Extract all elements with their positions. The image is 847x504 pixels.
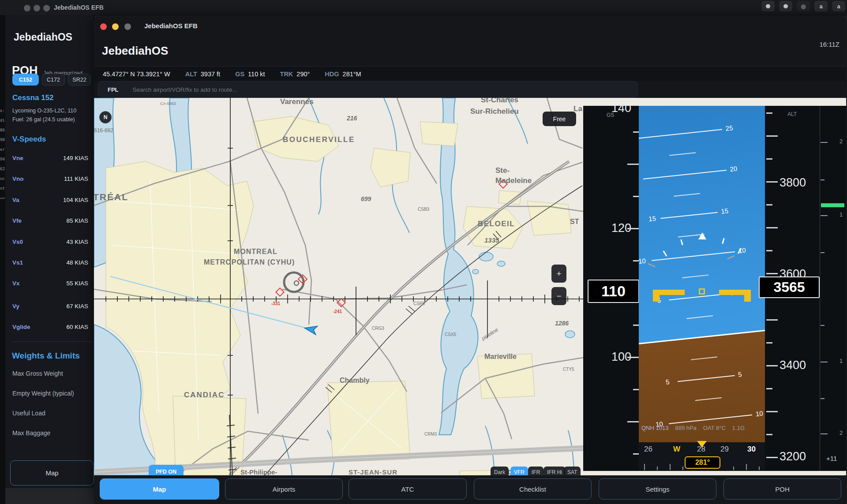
compass-button[interactable]: N bbox=[99, 111, 112, 123]
vspeed-label: Vs1 bbox=[12, 259, 23, 266]
close-icon[interactable] bbox=[100, 23, 107, 30]
close-icon[interactable] bbox=[24, 5, 30, 11]
vspeed-row: Vy67 KIAS bbox=[12, 303, 88, 310]
tab-checklist[interactable]: Checklist bbox=[474, 478, 592, 500]
zoom-in-button[interactable]: + bbox=[551, 265, 566, 283]
map-label: 699 bbox=[361, 195, 371, 202]
tab-settings[interactable]: Settings bbox=[599, 478, 716, 500]
zoom-icon[interactable] bbox=[43, 5, 50, 11]
airspeed-readout: 110 bbox=[588, 280, 639, 303]
map-style-vfr[interactable]: VFR bbox=[510, 467, 528, 475]
position-readout: 45.4727° N 73.3921° W bbox=[103, 71, 170, 78]
vspeed-label: Vne bbox=[12, 155, 23, 161]
map-label: Sur-Richelieu bbox=[470, 107, 519, 116]
map-style-ifr-hi[interactable]: IFR Hi bbox=[543, 467, 566, 475]
vspeed-label: Vs0 bbox=[12, 239, 23, 245]
alt-tick-label: 3200 bbox=[780, 450, 806, 463]
minimize-icon[interactable] bbox=[34, 5, 40, 11]
aircraft-tab-sr22[interactable]: SR22 bbox=[68, 74, 91, 86]
vspeed-value: 104 KIAS bbox=[63, 197, 88, 203]
map-style-ifr[interactable]: IFR bbox=[528, 467, 543, 475]
vspeed-row: Vglide60 KIAS bbox=[12, 324, 88, 330]
fd-center-icon bbox=[699, 288, 705, 295]
heading-strip: 26 W 28 29 30 281° bbox=[639, 442, 765, 471]
map-mode-button[interactable]: Free bbox=[543, 112, 576, 126]
map-style-sat[interactable]: SAT bbox=[564, 467, 581, 475]
zoom-icon[interactable] bbox=[124, 23, 131, 30]
weights-heading: Weights & Limits bbox=[12, 351, 80, 361]
map-label: Madeleine bbox=[495, 176, 532, 185]
map-label: Chambly bbox=[340, 377, 370, 384]
heading-readout: HDG281°M bbox=[325, 71, 361, 78]
heading-tick-label: 30 bbox=[747, 445, 756, 454]
pfd-toggle-button[interactable]: PFD ON bbox=[149, 465, 184, 475]
map-label: 1335 bbox=[484, 236, 499, 244]
map-label: ST bbox=[570, 218, 579, 225]
amazon-tab-icon[interactable]: a bbox=[832, 1, 845, 11]
pitch-label: 5 bbox=[665, 378, 670, 386]
speed-tick-label: 140 bbox=[611, 106, 631, 115]
map-label: MONTREAL bbox=[234, 248, 277, 255]
altitude-readout: ALT3937 ft bbox=[185, 71, 220, 78]
aircraft-engine: Lycoming O-235-L2C, 110 bbox=[12, 108, 76, 114]
tab-atc[interactable]: ATC bbox=[349, 478, 467, 500]
alt-tick-label: 3400 bbox=[780, 358, 806, 372]
vspeed-label: Vfe bbox=[12, 217, 22, 224]
map-label: 616-662 bbox=[94, 127, 113, 134]
aircraft-tab-c152[interactable]: C152 bbox=[12, 74, 39, 86]
pitch-label: 25 bbox=[725, 124, 733, 132]
vspeed-value: 60 KIAS bbox=[66, 324, 88, 330]
vspeed-row: Vfe85 KIAS bbox=[12, 217, 88, 224]
vspeed-value: 67 KIAS bbox=[66, 303, 88, 310]
pressure-readout: 889 hPa bbox=[675, 425, 696, 431]
sidebar-map-button[interactable]: Map bbox=[10, 460, 94, 485]
vspeed-label: Vglide bbox=[12, 324, 30, 330]
window-controls[interactable] bbox=[24, 5, 53, 13]
map-label: CA-0463 bbox=[160, 101, 176, 106]
bottom-tab-bar: Map Airports ATC Checklist Settings POH bbox=[94, 475, 846, 504]
tab-airports[interactable]: Airports bbox=[225, 478, 343, 500]
window-controls[interactable] bbox=[100, 23, 131, 32]
tab-map[interactable]: Map bbox=[100, 478, 219, 500]
map-label: BOUCHERVILLE bbox=[283, 135, 355, 144]
vs-tick-label: 1 bbox=[840, 211, 843, 218]
vs-tick-label: 1 bbox=[840, 358, 843, 364]
map-label: Varennes bbox=[280, 98, 314, 106]
minimize-icon[interactable] bbox=[112, 23, 119, 30]
telemetry-bar: 45.4727° N 73.3921° W ALT3937 ft GS110 k… bbox=[94, 66, 846, 81]
aircraft-name: Cessna 152 bbox=[12, 93, 54, 102]
utc-clock: 16:11Z bbox=[819, 41, 840, 48]
amazon-tab-icon[interactable]: a bbox=[814, 1, 828, 11]
browser-tab-icons: ✺ ✺ ◍ a a bbox=[761, 1, 845, 11]
heading-tick-label: 29 bbox=[720, 445, 729, 454]
map-label: BELOEIL bbox=[478, 220, 515, 228]
fpl-search-bar: FPL bbox=[98, 81, 638, 98]
pfd-panel: GS 140 120 100 110 bbox=[583, 106, 846, 471]
circle-tab-icon[interactable]: ◍ bbox=[797, 1, 810, 11]
map-label: Marieville bbox=[484, 353, 517, 360]
aircraft-tab-c172[interactable]: C172 bbox=[42, 74, 65, 86]
obstacle-label: -331 bbox=[271, 301, 280, 306]
attitude-indicator: 25 25 20 20 15 15 10 10 5 5 5 5 10 10 bbox=[639, 106, 765, 442]
openai-tab-icon[interactable]: ✺ bbox=[779, 1, 792, 11]
tab-poh[interactable]: POH bbox=[723, 478, 841, 500]
route-search-input[interactable] bbox=[132, 86, 575, 93]
groundspeed-readout: GS110 kt bbox=[235, 71, 265, 78]
map-label: CANDIAC bbox=[184, 391, 225, 399]
map-label: CSB3 bbox=[418, 207, 430, 212]
window-title: JebediahOS EFB bbox=[144, 22, 198, 30]
screen: e: di 86 98 er 94 62 uc nt == JebediahOS… bbox=[0, 0, 847, 504]
map-label: ST-JEAN-SUR bbox=[349, 468, 397, 475]
alt-label: ALT bbox=[787, 111, 797, 117]
map-style-dark[interactable]: Dark bbox=[491, 467, 509, 475]
weight-row: Empty Weight (typical) bbox=[12, 390, 74, 397]
zoom-out-button[interactable]: − bbox=[551, 287, 566, 305]
map-label: TRÉAL bbox=[94, 192, 128, 202]
vspeed-row: Vne149 KIAS bbox=[12, 155, 88, 161]
aircraft-fuel: Fuel: 26 gal (24.5 usable) bbox=[12, 116, 75, 123]
vspeed-row: Vno111 KIAS bbox=[12, 175, 88, 182]
pitch-label: 10 bbox=[639, 257, 646, 265]
alt-tick-label: 3800 bbox=[780, 176, 806, 190]
qnh-readout: QNH 1013 bbox=[641, 425, 668, 431]
openai-tab-icon[interactable]: ✺ bbox=[761, 1, 775, 11]
